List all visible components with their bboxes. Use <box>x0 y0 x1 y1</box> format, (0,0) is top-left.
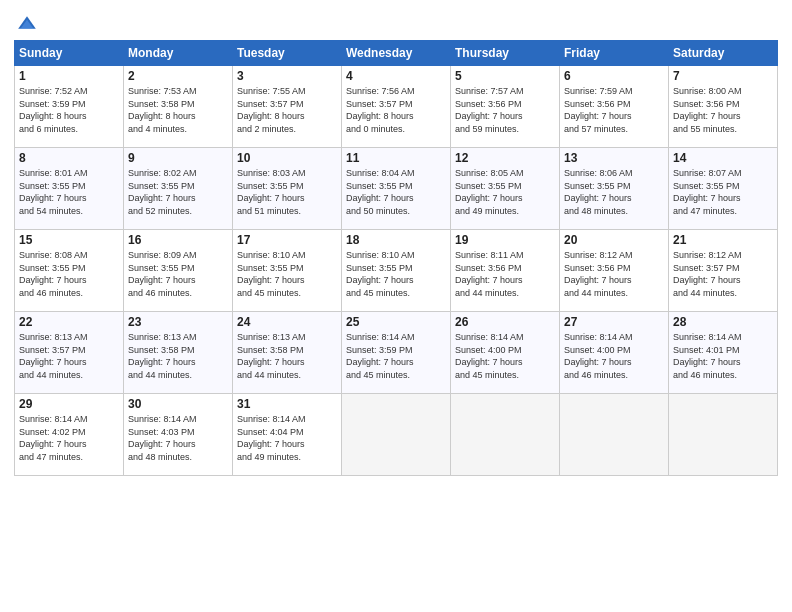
day-detail: Sunrise: 8:13 AMSunset: 3:57 PMDaylight:… <box>19 331 119 381</box>
day-number: 6 <box>564 69 664 83</box>
day-detail: Sunrise: 8:14 AMSunset: 4:04 PMDaylight:… <box>237 413 337 463</box>
day-detail: Sunrise: 7:55 AMSunset: 3:57 PMDaylight:… <box>237 85 337 135</box>
calendar-day-cell: 12Sunrise: 8:05 AMSunset: 3:55 PMDayligh… <box>451 148 560 230</box>
calendar-day-cell: 15Sunrise: 8:08 AMSunset: 3:55 PMDayligh… <box>15 230 124 312</box>
day-detail: Sunrise: 8:12 AMSunset: 3:56 PMDaylight:… <box>564 249 664 299</box>
day-detail: Sunrise: 7:56 AMSunset: 3:57 PMDaylight:… <box>346 85 446 135</box>
calendar-day-cell: 17Sunrise: 8:10 AMSunset: 3:55 PMDayligh… <box>233 230 342 312</box>
calendar-day-cell: 5Sunrise: 7:57 AMSunset: 3:56 PMDaylight… <box>451 66 560 148</box>
day-number: 8 <box>19 151 119 165</box>
calendar-day-cell: 4Sunrise: 7:56 AMSunset: 3:57 PMDaylight… <box>342 66 451 148</box>
day-number: 20 <box>564 233 664 247</box>
day-detail: Sunrise: 8:01 AMSunset: 3:55 PMDaylight:… <box>19 167 119 217</box>
day-number: 22 <box>19 315 119 329</box>
calendar-week-row: 29Sunrise: 8:14 AMSunset: 4:02 PMDayligh… <box>15 394 778 476</box>
day-number: 23 <box>128 315 228 329</box>
day-number: 29 <box>19 397 119 411</box>
day-number: 4 <box>346 69 446 83</box>
day-detail: Sunrise: 8:11 AMSunset: 3:56 PMDaylight:… <box>455 249 555 299</box>
day-detail: Sunrise: 7:59 AMSunset: 3:56 PMDaylight:… <box>564 85 664 135</box>
day-number: 17 <box>237 233 337 247</box>
day-number: 19 <box>455 233 555 247</box>
day-detail: Sunrise: 7:57 AMSunset: 3:56 PMDaylight:… <box>455 85 555 135</box>
day-detail: Sunrise: 8:14 AMSunset: 3:59 PMDaylight:… <box>346 331 446 381</box>
day-number: 15 <box>19 233 119 247</box>
calendar-day-cell: 6Sunrise: 7:59 AMSunset: 3:56 PMDaylight… <box>560 66 669 148</box>
day-number: 25 <box>346 315 446 329</box>
calendar-day-cell: 18Sunrise: 8:10 AMSunset: 3:55 PMDayligh… <box>342 230 451 312</box>
header <box>14 10 778 36</box>
day-number: 1 <box>19 69 119 83</box>
calendar-day-cell: 25Sunrise: 8:14 AMSunset: 3:59 PMDayligh… <box>342 312 451 394</box>
calendar-day-cell: 28Sunrise: 8:14 AMSunset: 4:01 PMDayligh… <box>669 312 778 394</box>
calendar-day-cell: 23Sunrise: 8:13 AMSunset: 3:58 PMDayligh… <box>124 312 233 394</box>
day-detail: Sunrise: 8:13 AMSunset: 3:58 PMDaylight:… <box>128 331 228 381</box>
calendar-day-cell: 14Sunrise: 8:07 AMSunset: 3:55 PMDayligh… <box>669 148 778 230</box>
day-detail: Sunrise: 8:14 AMSunset: 4:00 PMDaylight:… <box>564 331 664 381</box>
calendar-day-cell: 27Sunrise: 8:14 AMSunset: 4:00 PMDayligh… <box>560 312 669 394</box>
day-detail: Sunrise: 8:03 AMSunset: 3:55 PMDaylight:… <box>237 167 337 217</box>
day-detail: Sunrise: 7:53 AMSunset: 3:58 PMDaylight:… <box>128 85 228 135</box>
day-detail: Sunrise: 8:14 AMSunset: 4:01 PMDaylight:… <box>673 331 773 381</box>
calendar-day-cell: 31Sunrise: 8:14 AMSunset: 4:04 PMDayligh… <box>233 394 342 476</box>
calendar-day-cell: 7Sunrise: 8:00 AMSunset: 3:56 PMDaylight… <box>669 66 778 148</box>
day-number: 3 <box>237 69 337 83</box>
day-detail: Sunrise: 8:14 AMSunset: 4:03 PMDaylight:… <box>128 413 228 463</box>
calendar-day-cell: 16Sunrise: 8:09 AMSunset: 3:55 PMDayligh… <box>124 230 233 312</box>
day-detail: Sunrise: 8:10 AMSunset: 3:55 PMDaylight:… <box>237 249 337 299</box>
day-detail: Sunrise: 8:00 AMSunset: 3:56 PMDaylight:… <box>673 85 773 135</box>
day-number: 24 <box>237 315 337 329</box>
day-detail: Sunrise: 7:52 AMSunset: 3:59 PMDaylight:… <box>19 85 119 135</box>
calendar-day-cell <box>342 394 451 476</box>
calendar-day-cell: 2Sunrise: 7:53 AMSunset: 3:58 PMDaylight… <box>124 66 233 148</box>
day-detail: Sunrise: 8:10 AMSunset: 3:55 PMDaylight:… <box>346 249 446 299</box>
day-detail: Sunrise: 8:07 AMSunset: 3:55 PMDaylight:… <box>673 167 773 217</box>
calendar-day-cell: 30Sunrise: 8:14 AMSunset: 4:03 PMDayligh… <box>124 394 233 476</box>
day-detail: Sunrise: 8:14 AMSunset: 4:00 PMDaylight:… <box>455 331 555 381</box>
day-number: 2 <box>128 69 228 83</box>
calendar-day-cell: 13Sunrise: 8:06 AMSunset: 3:55 PMDayligh… <box>560 148 669 230</box>
day-number: 10 <box>237 151 337 165</box>
day-number: 9 <box>128 151 228 165</box>
calendar-day-cell: 21Sunrise: 8:12 AMSunset: 3:57 PMDayligh… <box>669 230 778 312</box>
day-number: 12 <box>455 151 555 165</box>
calendar-day-cell: 19Sunrise: 8:11 AMSunset: 3:56 PMDayligh… <box>451 230 560 312</box>
day-number: 28 <box>673 315 773 329</box>
calendar-day-cell <box>669 394 778 476</box>
day-number: 11 <box>346 151 446 165</box>
day-number: 5 <box>455 69 555 83</box>
day-of-week-header: Thursday <box>451 41 560 66</box>
day-number: 21 <box>673 233 773 247</box>
day-number: 13 <box>564 151 664 165</box>
calendar-table: SundayMondayTuesdayWednesdayThursdayFrid… <box>14 40 778 476</box>
day-number: 30 <box>128 397 228 411</box>
logo-icon <box>16 14 38 36</box>
calendar-day-cell: 26Sunrise: 8:14 AMSunset: 4:00 PMDayligh… <box>451 312 560 394</box>
calendar-day-cell: 20Sunrise: 8:12 AMSunset: 3:56 PMDayligh… <box>560 230 669 312</box>
day-of-week-header: Tuesday <box>233 41 342 66</box>
day-detail: Sunrise: 8:12 AMSunset: 3:57 PMDaylight:… <box>673 249 773 299</box>
calendar-day-cell: 3Sunrise: 7:55 AMSunset: 3:57 PMDaylight… <box>233 66 342 148</box>
calendar-week-row: 8Sunrise: 8:01 AMSunset: 3:55 PMDaylight… <box>15 148 778 230</box>
calendar-day-cell: 29Sunrise: 8:14 AMSunset: 4:02 PMDayligh… <box>15 394 124 476</box>
day-number: 18 <box>346 233 446 247</box>
day-number: 31 <box>237 397 337 411</box>
day-detail: Sunrise: 8:04 AMSunset: 3:55 PMDaylight:… <box>346 167 446 217</box>
calendar-day-cell <box>560 394 669 476</box>
day-detail: Sunrise: 8:06 AMSunset: 3:55 PMDaylight:… <box>564 167 664 217</box>
day-of-week-header: Wednesday <box>342 41 451 66</box>
page: SundayMondayTuesdayWednesdayThursdayFrid… <box>0 0 792 612</box>
calendar-week-row: 15Sunrise: 8:08 AMSunset: 3:55 PMDayligh… <box>15 230 778 312</box>
day-detail: Sunrise: 8:09 AMSunset: 3:55 PMDaylight:… <box>128 249 228 299</box>
day-number: 27 <box>564 315 664 329</box>
calendar-day-cell: 8Sunrise: 8:01 AMSunset: 3:55 PMDaylight… <box>15 148 124 230</box>
day-detail: Sunrise: 8:13 AMSunset: 3:58 PMDaylight:… <box>237 331 337 381</box>
day-number: 16 <box>128 233 228 247</box>
day-of-week-header: Sunday <box>15 41 124 66</box>
calendar-week-row: 22Sunrise: 8:13 AMSunset: 3:57 PMDayligh… <box>15 312 778 394</box>
day-of-week-header: Monday <box>124 41 233 66</box>
day-number: 14 <box>673 151 773 165</box>
day-detail: Sunrise: 8:08 AMSunset: 3:55 PMDaylight:… <box>19 249 119 299</box>
calendar-day-cell: 24Sunrise: 8:13 AMSunset: 3:58 PMDayligh… <box>233 312 342 394</box>
calendar-day-cell: 1Sunrise: 7:52 AMSunset: 3:59 PMDaylight… <box>15 66 124 148</box>
